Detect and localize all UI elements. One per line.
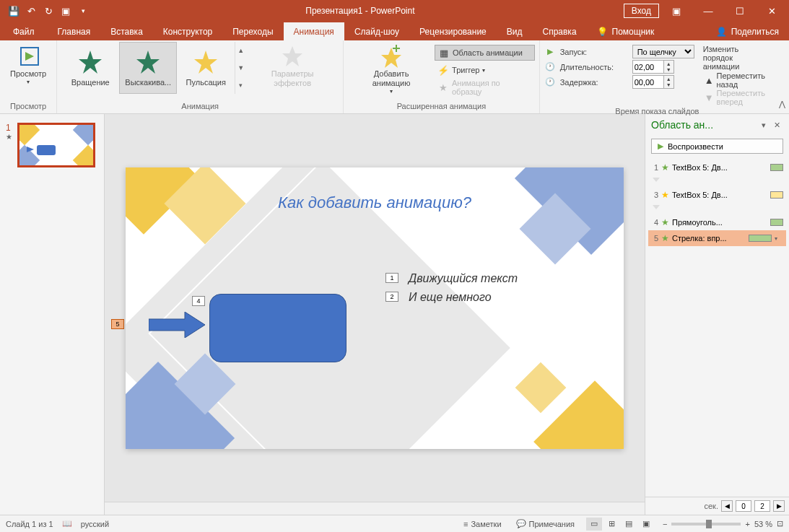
fit-to-window-button[interactable]: ⊡ bbox=[777, 519, 783, 528]
delay-input[interactable] bbox=[632, 75, 664, 89]
start-select[interactable]: По щелчку bbox=[632, 45, 694, 58]
ribbon-group-timing: ▶ Запуск: По щелчку 🕐 Длительность: ▲▼ 🕐… bbox=[540, 40, 775, 113]
arrow-shape[interactable] bbox=[149, 312, 206, 338]
dropdown-icon: ▾ bbox=[482, 67, 485, 74]
svg-marker-3 bbox=[136, 51, 160, 74]
move-earlier-button[interactable]: ▲ Переместить назад bbox=[703, 72, 770, 88]
animation-bounce[interactable]: Выскакива... bbox=[119, 42, 177, 94]
gallery-label: Вращение bbox=[71, 78, 110, 87]
gallery-down-button[interactable]: ▼ bbox=[235, 59, 246, 77]
trigger-button[interactable]: ⚡ Триггер ▾ bbox=[435, 62, 535, 78]
maximize-button[interactable]: ☐ bbox=[725, 1, 754, 21]
spin-down-button[interactable]: ▼ bbox=[664, 82, 674, 89]
animation-tag-5[interactable]: 5 bbox=[111, 319, 124, 329]
timeline-prev-button[interactable]: ◀ bbox=[721, 500, 733, 512]
tab-view[interactable]: Вид bbox=[497, 22, 533, 40]
horizontal-scrollbar[interactable] bbox=[105, 502, 645, 515]
gallery-up-button[interactable]: ▲ bbox=[235, 42, 246, 59]
animation-item[interactable]: 1 ★ TextBox 5: Дв... bbox=[648, 160, 786, 175]
animation-tag-4[interactable]: 4 bbox=[192, 296, 205, 306]
redo-button[interactable]: ↻ bbox=[40, 3, 56, 19]
animation-tag-1[interactable]: 1 bbox=[385, 273, 398, 283]
sequence-separator[interactable] bbox=[648, 203, 786, 214]
tab-insert[interactable]: Вставка bbox=[100, 22, 153, 40]
start-from-beginning-button[interactable]: ▣ bbox=[58, 3, 74, 19]
tab-design[interactable]: Конструктор bbox=[153, 22, 222, 40]
spin-up-button[interactable]: ▲ bbox=[664, 76, 674, 82]
slide-title-text[interactable]: Как добавить анимацию? bbox=[126, 193, 624, 212]
undo-button[interactable]: ↶ bbox=[23, 3, 39, 19]
add-animation-button[interactable]: Добавить анимацию ▾ bbox=[348, 42, 435, 98]
chevron-up-icon: ⋀ bbox=[779, 100, 785, 109]
tab-review[interactable]: Рецензирование bbox=[409, 22, 497, 40]
normal-view-button[interactable]: ▭ bbox=[586, 518, 602, 531]
slide-text-2[interactable]: И еще немного bbox=[409, 291, 492, 304]
item-dropdown-button[interactable]: ▾ bbox=[775, 235, 783, 242]
reading-view-button[interactable]: ▤ bbox=[621, 518, 637, 531]
duration-input[interactable] bbox=[632, 60, 664, 74]
slideshow-button[interactable]: ▣ bbox=[638, 518, 654, 531]
zoom-slider[interactable] bbox=[671, 523, 741, 526]
save-button[interactable]: 💾 bbox=[6, 3, 22, 19]
star-icon bbox=[193, 49, 219, 75]
animation-pane-button[interactable]: ▦ Область анимации bbox=[435, 45, 535, 61]
slide-text-1[interactable]: Движущийся текст bbox=[409, 272, 518, 285]
language-indicator[interactable]: русский bbox=[81, 520, 109, 528]
close-button[interactable]: ✕ bbox=[757, 1, 786, 21]
slide-counter[interactable]: Слайд 1 из 1 bbox=[6, 520, 53, 528]
preview-button[interactable]: Просмотр ▾ bbox=[4, 42, 52, 89]
animation-item[interactable]: 4 ★ Прямоуголь... bbox=[648, 214, 786, 230]
ribbon-group-preview-label: Просмотр bbox=[4, 100, 52, 113]
share-label: Поделиться bbox=[731, 27, 779, 37]
zoom-out-button[interactable]: − bbox=[663, 520, 667, 528]
play-all-button[interactable]: ▶ Воспроизвести bbox=[651, 139, 783, 154]
qat-customize-button[interactable]: ▾ bbox=[75, 3, 91, 19]
gallery-label: Пульсация bbox=[186, 78, 226, 87]
gallery-label: Выскакива... bbox=[125, 78, 171, 87]
timeline-start: 0 bbox=[736, 500, 751, 512]
zoom-level[interactable]: 53 % bbox=[754, 520, 772, 528]
tab-home[interactable]: Главная bbox=[48, 22, 101, 40]
animation-tag-2[interactable]: 2 bbox=[385, 292, 398, 302]
comments-button[interactable]: 💬 Примечания bbox=[513, 518, 578, 530]
rectangle-shape[interactable] bbox=[209, 294, 346, 362]
minimize-button[interactable]: — bbox=[694, 1, 723, 21]
spin-up-button[interactable]: ▲ bbox=[664, 61, 674, 67]
tab-help[interactable]: Справка bbox=[532, 22, 586, 40]
slide-sorter-button[interactable]: ⊞ bbox=[603, 518, 619, 531]
gallery-scroll: ▲ ▼ ▾ bbox=[235, 42, 246, 94]
ribbon-display-options-button[interactable]: ▣ bbox=[662, 1, 691, 21]
animation-pulse[interactable]: Пульсация bbox=[177, 42, 235, 94]
zoom-in-button[interactable]: + bbox=[745, 520, 749, 528]
slide-canvas[interactable]: Как добавить анимацию? 1 Движущийся текс… bbox=[126, 167, 624, 449]
animation-item[interactable]: 5 ★ Стрелка: впр... ▾ bbox=[648, 230, 786, 246]
delay-label: Задержка: bbox=[560, 78, 628, 87]
trigger-icon: ⚡ bbox=[437, 64, 449, 76]
spell-check-icon[interactable]: 📖 bbox=[62, 519, 72, 528]
gallery-more-button[interactable]: ▾ bbox=[235, 77, 246, 94]
svg-marker-9 bbox=[149, 312, 205, 338]
pane-close-button[interactable]: ✕ bbox=[770, 118, 783, 131]
tab-animation[interactable]: Анимация bbox=[284, 22, 344, 40]
tab-transitions[interactable]: Переходы bbox=[222, 22, 283, 40]
tab-slideshow[interactable]: Слайд-шоу bbox=[344, 22, 409, 40]
move-earlier-label: Переместить назад bbox=[717, 71, 768, 89]
spin-down-button[interactable]: ▼ bbox=[664, 67, 674, 74]
animation-painter-label: Анимация по образцу bbox=[452, 79, 532, 96]
slide-thumbnail[interactable] bbox=[17, 123, 95, 167]
reorder-label: Изменить порядок анимации bbox=[703, 45, 770, 71]
animation-item[interactable]: 3 ★ TextBox 5: Дв... bbox=[648, 187, 786, 203]
sequence-separator[interactable] bbox=[648, 175, 786, 187]
animation-rotate[interactable]: Вращение bbox=[61, 42, 119, 94]
notes-button[interactable]: ≡ Заметки bbox=[461, 518, 505, 530]
share-button[interactable]: 👤 Поделиться bbox=[706, 22, 789, 40]
signin-button[interactable]: Вход bbox=[624, 4, 659, 18]
window-title: Презентация1 - PowerPoint bbox=[97, 6, 624, 16]
pane-timeline-footer: сек. ◀ 0 2 ▶ bbox=[645, 497, 789, 515]
timeline-next-button[interactable]: ▶ bbox=[773, 500, 785, 512]
animation-indicator-icon: ★ bbox=[6, 133, 14, 141]
collapse-ribbon-button[interactable]: ⋀ bbox=[775, 40, 789, 113]
pane-options-button[interactable]: ▾ bbox=[757, 118, 770, 131]
tab-tell-me[interactable]: 💡 Помощник bbox=[587, 22, 665, 40]
tab-file[interactable]: Файл bbox=[0, 22, 48, 40]
